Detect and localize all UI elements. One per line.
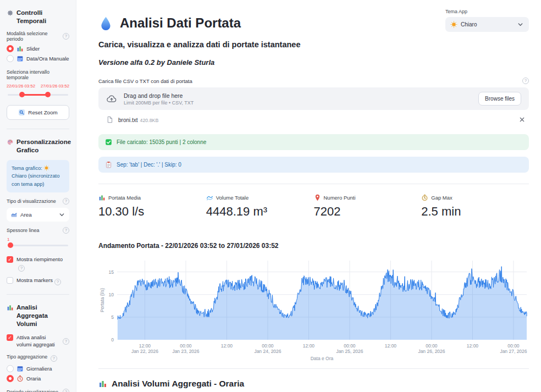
radio-unselected-icon[interactable] <box>7 55 14 62</box>
help-icon[interactable]: ? <box>63 198 69 205</box>
file-dropzone[interactable]: Drag and drop file here Limit 200MB per … <box>98 87 529 110</box>
metric-numero-punti: Numero Punti 7202 <box>314 194 422 219</box>
agg-type-label: Tipo aggregazione ? <box>7 354 69 362</box>
checkbox-unchecked-icon[interactable] <box>7 277 13 284</box>
cloud-upload-icon <box>106 93 117 104</box>
bar-chart-icon <box>98 194 106 201</box>
sidebar-divider <box>7 294 69 295</box>
uploaded-file-row: broni.txt420.8KB <box>98 110 529 128</box>
slider-track[interactable] <box>8 245 68 246</box>
divider <box>98 368 529 369</box>
success-alert: File caricato: 15035 punti | 2 colonne <box>98 134 529 150</box>
svg-text:00:00: 00:00 <box>426 343 438 349</box>
droplet-icon <box>98 16 113 31</box>
area-chart-icon <box>10 211 18 218</box>
help-icon[interactable]: ? <box>18 265 25 272</box>
aggregated-volumes-heading: Analisi Volumi Aggregati - Oraria <box>98 379 529 389</box>
svg-text:00:00: 00:00 <box>180 343 192 349</box>
range-end-value: 27/01/26 03:52 <box>41 84 69 89</box>
chevron-down-icon <box>517 21 524 28</box>
range-slider-values: 22/01/26 03:52 27/01/26 03:52 <box>7 84 69 89</box>
dropzone-hint: Limit 200MB per file • CSV, TXT <box>124 100 194 106</box>
radio-selected-icon[interactable] <box>7 375 14 382</box>
flow-chart-block: Andamento Portata - 22/01/2026 03:52 to … <box>98 242 529 365</box>
radio-oraria[interactable]: Oraria <box>7 375 69 382</box>
svg-text:00:00: 00:00 <box>344 343 356 349</box>
radio-slider[interactable]: Slider <box>7 45 69 52</box>
metrics-row: Portata Media 10.30 l/s Volume Totale 44… <box>98 194 529 219</box>
chart-theme-infobox: Tema grafico: Chiaro (sincronizzato con … <box>7 160 69 192</box>
checkbox-checked-icon[interactable]: ✓ <box>7 334 13 341</box>
svg-text:Jan 26, 2026: Jan 26, 2026 <box>418 349 445 354</box>
uploader-label: Carica file CSV o TXT con dati di portat… <box>98 78 529 84</box>
sidebar-divider <box>7 129 69 129</box>
bar-chart-icon <box>98 379 107 388</box>
metric-portata-media: Portata Media 10.30 l/s <box>98 194 206 219</box>
svg-text:12:00: 12:00 <box>385 343 397 349</box>
metric-value: 10.30 l/s <box>98 205 206 219</box>
radio-giornaliera[interactable]: Giornaliera <box>7 365 69 372</box>
version-text: Versione alfa 0.2 by Daniele Sturla <box>98 58 529 67</box>
svg-text:12:00: 12:00 <box>139 343 151 349</box>
help-icon[interactable]: ? <box>63 33 69 40</box>
sidebar: Controlli Temporali Modalità selezione p… <box>0 0 76 392</box>
slider-thumb-start[interactable] <box>19 92 25 97</box>
svg-text:Jan 24, 2026: Jan 24, 2026 <box>254 349 281 354</box>
browse-files-button[interactable]: Browse files <box>478 92 521 106</box>
chevron-down-icon <box>58 211 65 218</box>
svg-text:15: 15 <box>109 269 114 275</box>
range-slider-label: Seleziona intervallo temporale <box>7 69 69 80</box>
metric-value: 2.5 min <box>421 205 529 219</box>
svg-text:12:00: 12:00 <box>221 343 233 349</box>
help-icon[interactable]: ? <box>54 279 61 285</box>
radio-unselected-icon[interactable] <box>7 365 14 372</box>
viz-type-select[interactable]: Area <box>7 208 69 222</box>
sun-icon <box>43 165 49 171</box>
help-icon[interactable]: ? <box>63 338 69 345</box>
help-icon[interactable]: ? <box>63 227 69 234</box>
flow-area-chart[interactable]: 05101512:00Jan 22, 202600:00Jan 23, 2026… <box>98 254 529 365</box>
dropzone-title: Drag and drop file here <box>124 92 194 99</box>
thickness-slider[interactable] <box>8 242 68 248</box>
help-icon[interactable]: ? <box>522 78 529 84</box>
checkbox-mostra-riempimento[interactable]: ✓ Mostra riempimento? <box>7 256 69 272</box>
info-alert: Sep: 'tab' | Dec: '.' | Skip: 0 <box>98 157 529 173</box>
metric-value: 4448.19 m³ <box>206 205 314 219</box>
slider-thumb[interactable] <box>8 242 13 248</box>
svg-text:Jan 27, 2026: Jan 27, 2026 <box>500 349 527 354</box>
svg-text:10: 10 <box>109 292 114 297</box>
time-range-slider[interactable] <box>8 92 68 97</box>
remove-file-icon[interactable] <box>518 116 526 123</box>
slider-thumb-end[interactable] <box>45 92 51 97</box>
help-icon[interactable]: ? <box>51 355 57 362</box>
radio-selected-icon[interactable] <box>7 45 14 52</box>
svg-text:00:00: 00:00 <box>507 343 520 349</box>
palette-icon <box>7 139 14 146</box>
help-icon[interactable]: ? <box>63 389 69 392</box>
checkbox-mostra-markers[interactable]: Mostra markers? <box>7 277 69 285</box>
svg-text:5: 5 <box>111 314 114 320</box>
viz-type-label: Tipo di visualizzazione ? <box>7 198 69 205</box>
checkbox-attiva-analisi-volumi[interactable]: ✓ Attiva analisi volumi aggregati ? <box>7 334 69 349</box>
gear-icon <box>7 9 14 16</box>
checkbox-checked-icon[interactable]: ✓ <box>7 256 13 263</box>
thickness-label: Spessore linea ? <box>7 227 69 234</box>
file-name: broni.txt <box>118 117 138 123</box>
svg-text:Portata (l/s): Portata (l/s) <box>100 288 105 312</box>
sidebar-heading-personalizzazione: Personalizzazione Grafico <box>7 138 69 154</box>
magnifier-icon <box>18 109 25 116</box>
divider <box>98 184 529 184</box>
svg-text:Jan 25, 2026: Jan 25, 2026 <box>336 349 363 354</box>
reset-zoom-button[interactable]: Reset Zoom <box>7 105 69 120</box>
metric-gap-max: Gap Max 2.5 min <box>421 194 529 219</box>
stopwatch-icon <box>421 194 428 201</box>
success-check-icon <box>105 139 112 146</box>
page-subtitle: Carica, visualizza e analizza dati di po… <box>98 40 529 49</box>
theme-app-select[interactable]: Chiaro <box>445 17 529 32</box>
theme-app-widget: Tema App Chiaro <box>445 9 529 32</box>
sun-icon <box>450 21 457 28</box>
document-icon <box>106 116 113 123</box>
radio-data-ora-manuale[interactable]: Data/Ora Manuale <box>7 55 69 62</box>
sidebar-heading-controlli-temporali: Controlli Temporali <box>7 9 69 25</box>
svg-text:Jan 22, 2026: Jan 22, 2026 <box>131 349 158 354</box>
